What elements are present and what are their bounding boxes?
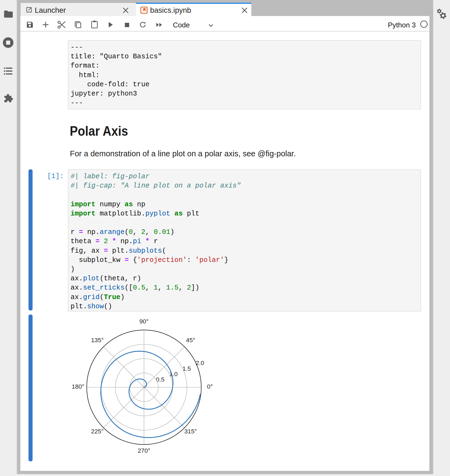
svg-text:180°: 180° (72, 383, 84, 390)
svg-text:315°: 315° (184, 428, 197, 435)
svg-text:90°: 90° (139, 318, 148, 325)
svg-text:225°: 225° (91, 428, 104, 435)
svg-text:0°: 0° (207, 383, 213, 390)
svg-text:45°: 45° (186, 337, 195, 344)
svg-text:270°: 270° (138, 447, 150, 454)
svg-text:135°: 135° (91, 337, 104, 344)
